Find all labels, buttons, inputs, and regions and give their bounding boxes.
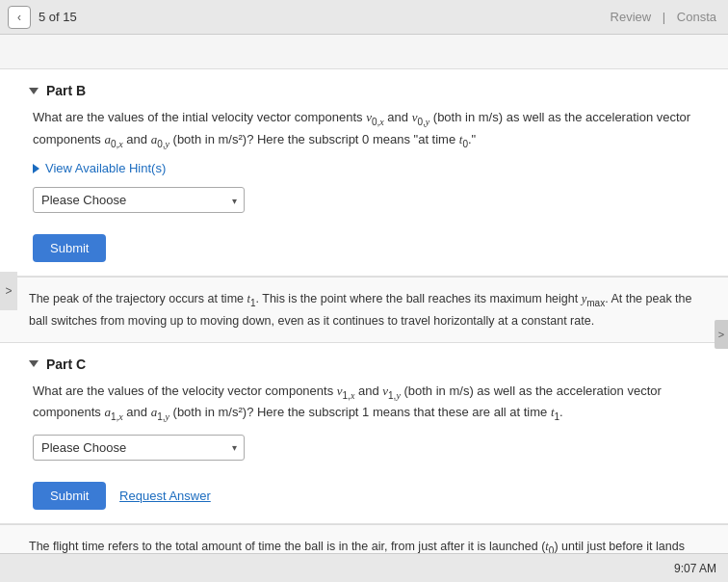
separator: |	[663, 10, 669, 24]
review-link[interactable]: Review | Consta	[607, 10, 720, 24]
time-display: 9:07 AM	[674, 562, 716, 575]
top-bar: ‹ 5 of 15 Review | Consta	[0, 0, 728, 35]
part-c-info-box: The flight time refers to the total amou…	[0, 524, 728, 553]
review-label: Review	[611, 10, 652, 24]
left-expand-arrow[interactable]: >	[0, 272, 17, 310]
back-button[interactable]: ‹	[8, 6, 31, 29]
part-b-header: Part B	[29, 83, 709, 98]
main-content: Part B What are the values of the intial…	[0, 69, 728, 553]
part-c-request-button[interactable]: Request Answer	[119, 489, 211, 503]
part-b-select-wrap: Please Choose ▾	[33, 187, 245, 213]
part-b-section: Part B What are the values of the intial…	[0, 69, 728, 277]
secondary-bar	[0, 35, 728, 69]
part-c-actions: Submit Request Answer	[33, 482, 709, 510]
back-icon: ‹	[17, 11, 21, 24]
page-count: 5 of 15	[39, 10, 77, 24]
hint-label: View Available Hint(s)	[45, 161, 166, 175]
part-b-body: What are the values of the intial veloci…	[29, 108, 709, 262]
part-c-title: Part C	[46, 357, 86, 372]
part-c-select-wrap: Please Choose ▾	[33, 435, 245, 461]
side-expand-arrow[interactable]: >	[715, 320, 728, 349]
part-b-question: What are the values of the intial veloci…	[33, 108, 709, 151]
part-c-question: What are the values of the velocity vect…	[33, 382, 709, 425]
part-b-submit-button[interactable]: Submit	[33, 234, 106, 262]
part-b-info-text: The peak of the trajectory occurs at tim…	[29, 292, 692, 328]
part-c-body: What are the values of the velocity vect…	[29, 382, 709, 510]
hint-triangle-icon	[33, 164, 39, 173]
part-b-select[interactable]: Please Choose	[33, 187, 245, 213]
part-c-info-text: The flight time refers to the total amou…	[29, 540, 698, 553]
bottom-bar: 9:07 AM	[0, 553, 728, 582]
consta-label: Consta	[677, 10, 716, 24]
part-c-submit-button[interactable]: Submit	[33, 482, 106, 510]
part-b-info-box: The peak of the trajectory occurs at tim…	[0, 277, 728, 343]
left-arrow-icon: >	[5, 284, 12, 298]
part-c-select[interactable]: Please Choose	[33, 435, 245, 461]
part-c-header: Part C	[29, 357, 709, 372]
part-c-toggle[interactable]	[29, 360, 39, 367]
part-c-section: Part C What are the values of the veloci…	[0, 343, 728, 524]
part-b-title: Part B	[46, 83, 86, 98]
part-b-actions: Submit	[33, 234, 709, 262]
hint-link[interactable]: View Available Hint(s)	[33, 161, 709, 175]
part-b-toggle[interactable]	[29, 88, 39, 94]
side-arrow-icon: >	[718, 329, 724, 340]
